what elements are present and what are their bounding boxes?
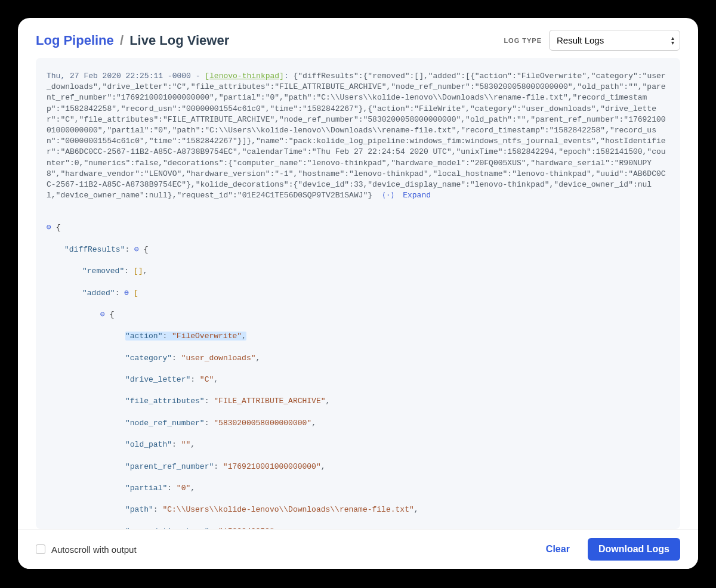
breadcrumb-current: Live Log Viewer bbox=[129, 33, 229, 48]
clear-button[interactable]: Clear bbox=[542, 543, 573, 555]
json-tree: ⊖ { "diffResults": ⊖ { "removed": [], "a… bbox=[47, 212, 669, 529]
autoscroll-label: Autoscroll with output bbox=[51, 544, 137, 555]
breadcrumb-separator: / bbox=[120, 33, 124, 48]
raw-log-line: Thu, 27 Feb 2020 22:25:11 -0000 - [lenov… bbox=[47, 71, 669, 201]
log-host[interactable]: [lenovo-thinkpad] bbox=[205, 72, 284, 81]
collapse-icon[interactable]: ⊖ bbox=[134, 245, 139, 254]
collapse-icon[interactable]: ⊖ bbox=[124, 289, 129, 298]
footer: Autoscroll with output Clear Download Lo… bbox=[18, 529, 698, 569]
autoscroll-checkbox[interactable] bbox=[36, 544, 45, 554]
download-logs-button[interactable]: Download Logs bbox=[588, 538, 680, 561]
log-output: Thu, 27 Feb 2020 22:25:11 -0000 - [lenov… bbox=[36, 58, 680, 529]
collapse-icon[interactable]: ⊖ bbox=[100, 310, 105, 319]
log-timestamp: Thu, 27 Feb 2020 22:25:11 -0000 bbox=[47, 72, 191, 81]
log-type-label: LOG TYPE bbox=[504, 37, 542, 44]
raw-json: {"diffResults":{"removed":[],"added":[{"… bbox=[47, 72, 666, 200]
header: Log Pipeline / Live Log Viewer LOG TYPE … bbox=[18, 18, 698, 58]
log-type-select[interactable]: Result Logs bbox=[549, 30, 680, 51]
breadcrumb-root[interactable]: Log Pipeline bbox=[36, 33, 114, 48]
log-viewer-card: Log Pipeline / Live Log Viewer LOG TYPE … bbox=[18, 18, 698, 569]
log-type-control: LOG TYPE Result Logs ▴▾ bbox=[504, 30, 680, 51]
collapse-icon[interactable]: ⊖ bbox=[47, 223, 51, 232]
autoscroll-toggle[interactable]: Autoscroll with output bbox=[36, 544, 137, 555]
breadcrumb: Log Pipeline / Live Log Viewer bbox=[36, 33, 229, 48]
expand-button[interactable]: Expand bbox=[403, 191, 431, 200]
expand-icon[interactable]: ⟨·⟩ bbox=[382, 191, 395, 200]
